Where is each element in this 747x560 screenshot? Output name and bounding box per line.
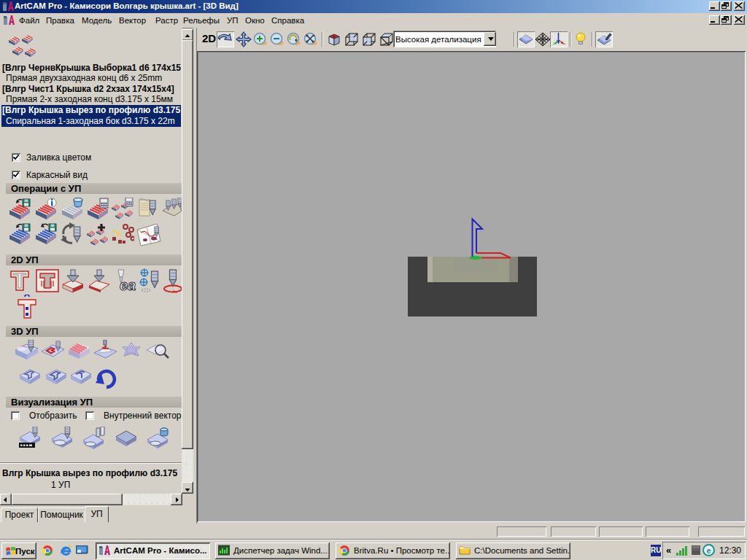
svg-text:ea: ea (120, 277, 136, 293)
svg-text:e: e (706, 546, 711, 555)
